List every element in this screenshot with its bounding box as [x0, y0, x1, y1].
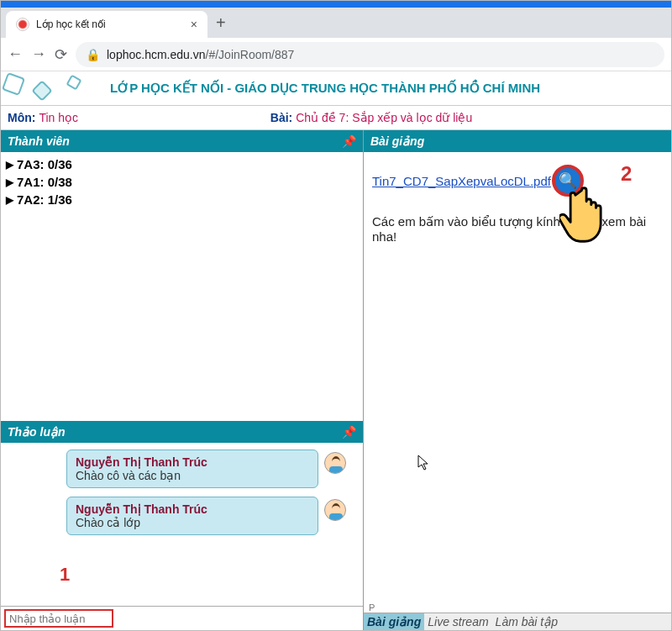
- pin-icon[interactable]: 📌: [342, 134, 356, 148]
- annotation-2: 2: [621, 162, 632, 186]
- subject-value: Tin học: [39, 111, 78, 124]
- discussion-title: Thảo luận: [8, 425, 66, 439]
- chat-author: Nguyễn Thị Thanh Trúc: [76, 455, 309, 469]
- chat-text: Chào cả lớp: [76, 516, 309, 529]
- favicon-icon: [16, 18, 29, 31]
- lesson-label: Bài:: [270, 111, 292, 124]
- forward-button[interactable]: →: [31, 45, 46, 63]
- chat-author: Nguyễn Thị Thanh Trúc: [76, 502, 309, 516]
- address-bar[interactable]: 🔒 lophoc.hcm.edu.vn/#/JoinRoom/887: [76, 42, 664, 67]
- caret-right-icon: ▶: [6, 194, 13, 206]
- info-row: Môn: Tin học Bài: Chủ đề 7: Sắp xếp và l…: [1, 105, 671, 130]
- pdf-link[interactable]: Tin7_CD7_SapXepvaLocDL.pdf: [372, 174, 551, 188]
- pin-icon[interactable]: 📌: [342, 425, 356, 439]
- tab-exercise[interactable]: Làm bài tập: [492, 613, 561, 630]
- window-topbar: [1, 1, 671, 8]
- caret-right-icon: ▶: [6, 176, 13, 188]
- tab-livestream[interactable]: Live stream: [424, 613, 491, 630]
- lecture-instruction: Các em bấm vào biểu tượng kính lúp để xe…: [372, 214, 663, 244]
- url-host: lophoc.hcm.edu.vn: [107, 48, 206, 61]
- tab-lecture[interactable]: Bài giảng: [364, 613, 424, 630]
- chat-input[interactable]: [4, 609, 113, 628]
- chat-list: Nguyễn Thị Thanh Trúc Chào cô và các bạn…: [1, 443, 363, 606]
- member-group-row[interactable]: ▶7A1: 0/38: [1, 173, 363, 191]
- subject-label: Môn:: [8, 111, 35, 124]
- reload-button[interactable]: ⟳: [55, 45, 67, 64]
- new-tab-button[interactable]: +: [216, 13, 226, 33]
- browser-toolbar: ← → ⟳ 🔒 lophoc.hcm.edu.vn/#/JoinRoom/887: [1, 38, 671, 71]
- site-header: LỚP HỌC KẾT NỐI - GIÁO DỤC TRUNG HỌC THÀ…: [1, 71, 671, 105]
- browser-tabbar: Lớp học kết nối × +: [1, 8, 671, 38]
- bottom-tabs: Bài giảng Live stream Làm bài tập: [364, 613, 671, 630]
- browser-tab[interactable]: Lớp học kết nối ×: [6, 11, 207, 38]
- chat-message: Nguyễn Thị Thanh Trúc Chào cô và các bạn: [66, 450, 318, 488]
- chat-message: Nguyễn Thị Thanh Trúc Chào cả lớp: [66, 497, 318, 535]
- member-group-row[interactable]: ▶7A2: 1/36: [1, 191, 363, 208]
- header-decoration: [1, 71, 102, 105]
- lecture-title: Bài giảng: [370, 134, 424, 148]
- member-label: 7A3: 0/36: [17, 157, 72, 171]
- lesson-value: Chủ đề 7: Sắp xếp và lọc dữ liệu: [296, 111, 472, 124]
- site-title: LỚP HỌC KẾT NỐI - GIÁO DỤC TRUNG HỌC THÀ…: [110, 81, 540, 96]
- mouse-cursor-icon: [417, 455, 430, 476]
- path-indicator: P: [364, 602, 671, 613]
- url-path: /#/JoinRoom/887: [206, 48, 295, 61]
- close-icon[interactable]: ×: [191, 18, 197, 31]
- avatar-icon: [324, 452, 346, 474]
- chat-text: Chào cô và các bạn: [76, 469, 309, 482]
- members-header: Thành viên 📌: [1, 130, 363, 152]
- tab-title: Lớp học kết nối: [36, 18, 184, 30]
- member-label: 7A1: 0/38: [17, 175, 72, 189]
- caret-right-icon: ▶: [6, 159, 13, 171]
- members-title: Thành viên: [8, 134, 70, 148]
- back-button[interactable]: ←: [8, 45, 23, 63]
- discussion-header: Thảo luận 📌: [1, 421, 363, 443]
- annotation-1: 1: [60, 564, 70, 586]
- member-group-row[interactable]: ▶7A3: 0/36: [1, 155, 363, 173]
- lecture-header: Bài giảng: [364, 130, 671, 152]
- lock-icon: 🔒: [86, 48, 100, 61]
- member-label: 7A2: 1/36: [17, 192, 72, 207]
- hand-cursor-icon: [559, 184, 617, 245]
- avatar-icon: [324, 499, 346, 521]
